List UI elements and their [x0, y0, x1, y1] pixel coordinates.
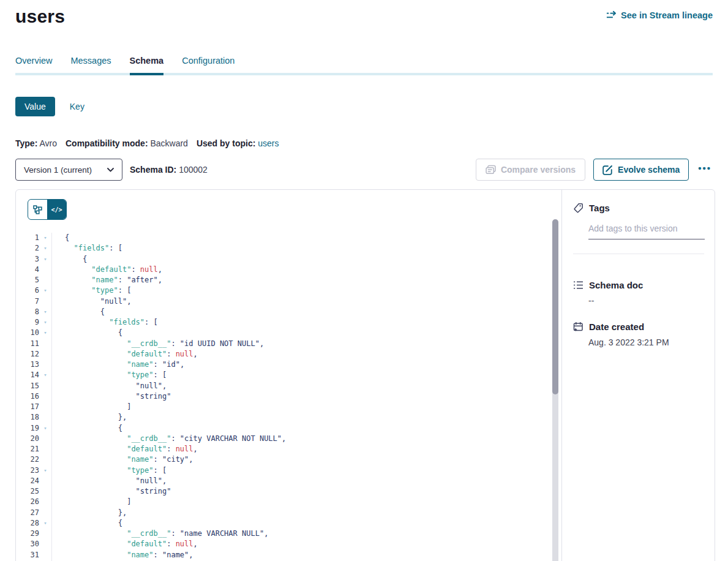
- line-number: 15: [16, 381, 39, 391]
- schema-id: Schema ID: 100002: [130, 165, 208, 175]
- editor-view-toggle: </>: [28, 199, 67, 220]
- code-line: 20 "__crdb__": "city VARCHAR NOT NULL",: [16, 434, 548, 444]
- line-number: 6: [16, 285, 39, 296]
- fold-gutter: [39, 381, 52, 391]
- tab-messages[interactable]: Messages: [70, 56, 111, 73]
- tree-view-button[interactable]: [28, 200, 47, 219]
- code-text: {: [52, 254, 87, 265]
- line-number: 22: [16, 454, 39, 465]
- line-number: 13: [16, 360, 39, 370]
- code-text: "name": "name",: [52, 550, 193, 560]
- code-text: {: [52, 233, 69, 243]
- code-text: {: [52, 518, 122, 529]
- code-text: "default": null,: [52, 349, 198, 360]
- code-view-button[interactable]: </>: [47, 200, 66, 219]
- code-text: ]: [52, 402, 131, 412]
- code-line: 27 },: [16, 508, 548, 518]
- version-select[interactable]: Version 1 (current): [15, 159, 122, 181]
- code-line: 9▾ "fields": [: [16, 317, 548, 328]
- fold-toggle-icon[interactable]: ▾: [39, 307, 52, 317]
- fold-toggle-icon[interactable]: ▾: [39, 328, 52, 338]
- line-number: 11: [16, 339, 39, 349]
- code-text: ]: [52, 497, 131, 507]
- fold-toggle-icon[interactable]: ▾: [39, 518, 52, 529]
- tree-view-icon: [33, 205, 42, 214]
- line-number: 9: [16, 317, 39, 328]
- more-actions-button[interactable]: •••: [697, 163, 713, 177]
- evolve-schema-button[interactable]: Evolve schema: [593, 159, 689, 181]
- code-line: 19▾ {: [16, 423, 548, 434]
- compatibility-meta: Compatibility mode: Backward: [66, 138, 188, 148]
- fold-toggle-icon[interactable]: ▾: [39, 317, 52, 328]
- code-line: 21 "default": null,: [16, 444, 548, 454]
- see-in-stream-lineage-link[interactable]: See in Stream lineage: [606, 10, 713, 20]
- add-tags-input[interactable]: [588, 224, 705, 239]
- tab-underline-track: [15, 73, 713, 75]
- tab-configuration[interactable]: Configuration: [182, 56, 235, 73]
- fold-gutter: [39, 444, 52, 454]
- fold-toggle-icon[interactable]: ▾: [39, 423, 52, 434]
- code-text: {: [52, 423, 122, 434]
- line-number: 19: [16, 423, 39, 434]
- line-number: 1: [16, 233, 39, 243]
- type-meta: Type: Avro: [15, 138, 57, 148]
- code-line: 29 "__crdb__": "name VARCHAR NULL",: [16, 529, 548, 539]
- code-line: 5 "name": "after",: [16, 275, 548, 285]
- code-line: 18 },: [16, 412, 548, 423]
- chevron-down-icon: [107, 168, 114, 172]
- fold-gutter: [39, 339, 52, 349]
- line-number: 4: [16, 265, 39, 275]
- code-line: 6▾ "type": [: [16, 285, 548, 296]
- line-number: 25: [16, 486, 39, 497]
- line-number: 16: [16, 391, 39, 402]
- topic-link[interactable]: users: [258, 138, 279, 148]
- line-number: 30: [16, 539, 39, 549]
- code-text: "__crdb__": "id UUID NOT NULL",: [52, 339, 264, 349]
- value-toggle-button[interactable]: Value: [15, 97, 55, 116]
- code-line: 25 "string": [16, 486, 548, 497]
- date-created-icon: [573, 322, 584, 332]
- schema-doc-value: --: [588, 296, 704, 306]
- fold-toggle-icon[interactable]: ▾: [39, 243, 52, 254]
- code-text: "null",: [52, 381, 167, 391]
- code-text: "fields": [: [52, 317, 158, 328]
- code-line: 23▾ "type": [: [16, 465, 548, 476]
- fold-toggle-icon[interactable]: ▾: [39, 233, 52, 243]
- code-line: 30 "default": null,: [16, 539, 548, 549]
- code-line: 31 "name": "name",: [16, 550, 548, 560]
- fold-toggle-icon[interactable]: ▾: [39, 285, 52, 296]
- fold-toggle-icon[interactable]: ▾: [39, 254, 52, 265]
- fold-gutter: [39, 497, 52, 507]
- code-text: "__crdb__": "name VARCHAR NULL",: [52, 529, 268, 539]
- code-text: "name": "after",: [52, 275, 162, 285]
- code-text: },: [52, 508, 127, 518]
- key-toggle-button[interactable]: Key: [70, 102, 84, 111]
- stream-lineage-icon: [606, 10, 617, 20]
- line-number: 31: [16, 550, 39, 560]
- code-line: 14▾ "type": [: [16, 370, 548, 380]
- fold-gutter: [39, 550, 52, 560]
- scrollbar-thumb[interactable]: [552, 219, 558, 394]
- fold-toggle-icon[interactable]: ▾: [39, 465, 52, 476]
- line-number: 26: [16, 497, 39, 507]
- compare-versions-icon: [486, 165, 496, 175]
- tab-schema[interactable]: Schema: [130, 56, 164, 73]
- tab-overview[interactable]: Overview: [15, 56, 52, 73]
- fold-gutter: [39, 454, 52, 465]
- date-created-title: Date created: [589, 322, 644, 332]
- page-header: users See in Stream lineage: [0, 0, 728, 27]
- line-number: 17: [16, 402, 39, 412]
- line-number: 28: [16, 518, 39, 529]
- fold-gutter: [39, 275, 52, 285]
- compare-versions-button[interactable]: Compare versions: [476, 159, 585, 181]
- line-number: 3: [16, 254, 39, 265]
- fold-toggle-icon[interactable]: ▾: [39, 370, 52, 380]
- line-number: 24: [16, 476, 39, 486]
- schema-panel: </> 1▾{2▾ "fields": [3▾ {4 "default": nu…: [15, 189, 715, 561]
- code-line: 1▾{: [16, 233, 548, 243]
- fold-gutter: [39, 434, 52, 444]
- code-line: 4 "default": null,: [16, 265, 548, 275]
- line-number: 14: [16, 370, 39, 380]
- code-text: "string": [52, 486, 171, 497]
- code-text: "string": [52, 391, 171, 402]
